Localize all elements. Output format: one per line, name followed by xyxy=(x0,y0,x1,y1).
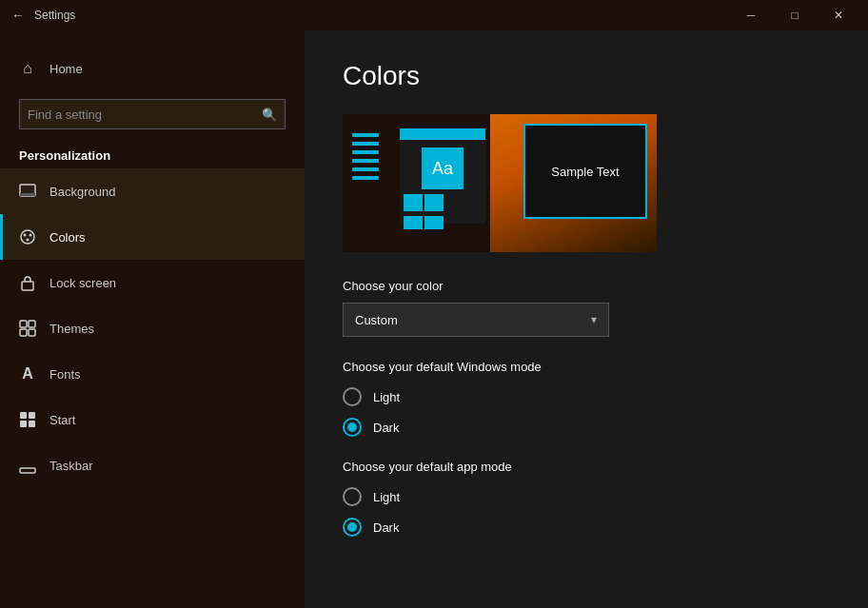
personalization-label: Personalization xyxy=(0,137,305,168)
sidebar: ⌂ Home 🔍 Personalization Background xyxy=(0,30,305,608)
svg-point-2 xyxy=(21,230,34,244)
home-label: Home xyxy=(49,62,83,76)
taskbar-line-1 xyxy=(352,133,379,137)
preview-window-body: Aa xyxy=(400,140,485,233)
sidebar-header: ⌂ Home 🔍 xyxy=(0,30,305,137)
title-bar: ← Settings ─ □ ✕ xyxy=(0,0,868,30)
minimize-button[interactable]: ─ xyxy=(729,0,773,30)
title-bar-left: ← Settings xyxy=(11,8,75,23)
maximize-button[interactable]: □ xyxy=(773,0,817,30)
windows-mode-dark[interactable]: Dark xyxy=(343,418,830,437)
colors-icon xyxy=(19,228,36,245)
app-mode-light[interactable]: Light xyxy=(343,487,830,506)
sidebar-item-start[interactable]: Start xyxy=(0,397,305,442)
background-label: Background xyxy=(49,185,115,199)
sidebar-item-home[interactable]: ⌂ Home xyxy=(19,46,286,91)
app-mode-radio-group: Light Dark xyxy=(343,487,830,537)
color-preview: Aa Sample Text xyxy=(343,114,657,252)
app-dark-radio[interactable] xyxy=(343,518,362,537)
preview-sample-box: Sample Text xyxy=(523,124,647,219)
choose-color-label: Choose your color xyxy=(343,279,830,293)
search-box[interactable]: 🔍 xyxy=(19,99,286,129)
preview-dark-panel: Aa xyxy=(343,114,490,252)
svg-rect-8 xyxy=(29,321,35,327)
svg-point-4 xyxy=(30,234,32,237)
lock-screen-icon xyxy=(19,274,36,291)
windows-light-label: Light xyxy=(373,390,400,404)
preview-sample-text: Sample Text xyxy=(551,165,619,179)
windows-light-radio[interactable] xyxy=(343,387,362,406)
windows-dark-radio[interactable] xyxy=(343,418,362,437)
windows-mode-label: Choose your default Windows mode xyxy=(343,360,830,374)
page-title: Colors xyxy=(343,61,830,91)
app-dark-label: Dark xyxy=(373,520,399,535)
app-mode-label: Choose your default app mode xyxy=(343,460,830,474)
themes-label: Themes xyxy=(49,322,94,336)
close-button[interactable]: ✕ xyxy=(817,0,860,30)
sidebar-item-fonts[interactable]: A Fonts xyxy=(0,351,305,397)
preview-window-titlebar xyxy=(400,128,485,140)
svg-rect-10 xyxy=(29,329,35,336)
back-button[interactable]: ← xyxy=(11,8,25,23)
app-mode-dark[interactable]: Dark xyxy=(343,518,830,537)
themes-icon xyxy=(19,320,36,337)
fonts-icon: A xyxy=(19,365,36,382)
lock-screen-label: Lock screen xyxy=(49,276,116,290)
svg-point-5 xyxy=(27,239,30,242)
svg-rect-12 xyxy=(29,412,35,419)
dropdown-selected-value: Custom xyxy=(355,313,398,327)
svg-rect-14 xyxy=(29,421,35,427)
home-icon: ⌂ xyxy=(19,60,36,77)
svg-rect-6 xyxy=(22,282,33,290)
colors-label: Colors xyxy=(49,230,86,245)
svg-point-3 xyxy=(24,234,27,237)
svg-rect-11 xyxy=(20,412,27,419)
svg-rect-15 xyxy=(20,468,35,473)
window-title: Settings xyxy=(34,9,75,22)
windows-dark-label: Dark xyxy=(373,421,399,435)
app-light-radio[interactable] xyxy=(343,487,362,506)
preview-taskbar xyxy=(352,133,379,180)
preview-aa-block: Aa xyxy=(422,147,464,189)
taskbar-line-5 xyxy=(352,167,379,171)
fonts-label: Fonts xyxy=(49,367,81,382)
sidebar-item-themes[interactable]: Themes xyxy=(0,305,305,351)
sidebar-item-colors[interactable]: Colors xyxy=(0,214,305,260)
svg-rect-13 xyxy=(20,421,27,427)
svg-rect-1 xyxy=(20,193,35,196)
background-icon xyxy=(19,183,36,200)
taskbar-line-3 xyxy=(352,150,379,154)
taskbar-line-6 xyxy=(352,176,379,180)
taskbar-line-2 xyxy=(352,142,379,146)
search-icon: 🔍 xyxy=(262,108,277,122)
start-icon xyxy=(19,411,36,428)
content-area: Colors Aa xyxy=(305,30,868,608)
preview-window: Aa xyxy=(400,128,485,224)
search-input[interactable] xyxy=(28,108,256,122)
main-layout: ⌂ Home 🔍 Personalization Background xyxy=(0,30,868,608)
app-light-label: Light xyxy=(373,490,400,504)
start-label: Start xyxy=(49,413,75,427)
sidebar-item-taskbar[interactable]: Taskbar xyxy=(0,442,305,488)
taskbar-icon xyxy=(19,457,36,474)
svg-rect-9 xyxy=(20,329,27,336)
color-dropdown[interactable]: Custom ▾ xyxy=(343,303,609,337)
windows-mode-radio-group: Light Dark xyxy=(343,387,830,437)
svg-rect-7 xyxy=(20,321,27,327)
dropdown-arrow-icon: ▾ xyxy=(591,313,597,326)
sidebar-item-lock-screen[interactable]: Lock screen xyxy=(0,260,305,305)
taskbar-label: Taskbar xyxy=(49,459,93,473)
taskbar-line-4 xyxy=(352,159,379,163)
window-controls: ─ □ ✕ xyxy=(729,0,860,30)
sidebar-item-background[interactable]: Background xyxy=(0,168,305,214)
windows-mode-light[interactable]: Light xyxy=(343,387,830,406)
